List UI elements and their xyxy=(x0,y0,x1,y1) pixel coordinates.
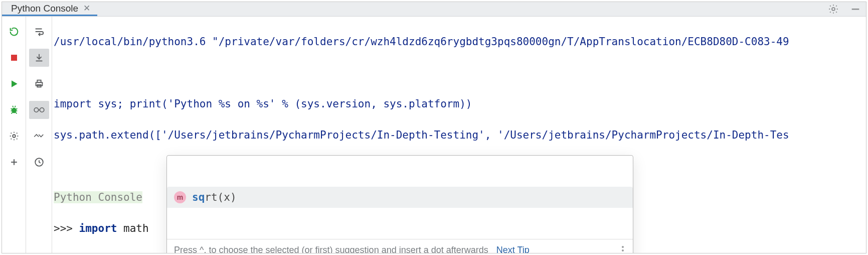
output-blank xyxy=(54,65,863,81)
left-gutter xyxy=(2,17,26,253)
svg-rect-2 xyxy=(11,55,17,61)
svg-rect-1 xyxy=(852,9,859,10)
settings-icon[interactable] xyxy=(4,127,24,145)
debug-icon[interactable] xyxy=(4,101,24,119)
output-line: import sys; print('Python %s on %s' % (s… xyxy=(54,96,863,112)
print-icon[interactable] xyxy=(29,75,49,93)
completion-hint: Press ^. to choose the selected (or firs… xyxy=(167,239,633,253)
close-icon[interactable]: ✕ xyxy=(83,4,90,13)
tab-python-console[interactable]: Python Console ✕ xyxy=(2,2,97,16)
step-over-icon[interactable] xyxy=(29,127,49,145)
tab-label: Python Console xyxy=(11,3,78,14)
svg-point-4 xyxy=(13,135,16,138)
stop-icon[interactable] xyxy=(4,49,24,67)
svg-point-0 xyxy=(832,8,835,11)
scroll-to-end-icon[interactable] xyxy=(29,49,49,67)
tab-bar: Python Console ✕ xyxy=(2,2,866,17)
svg-point-8 xyxy=(34,108,38,112)
completion-signature: sqrt(x) xyxy=(192,190,237,205)
soft-wrap-icon[interactable] xyxy=(29,23,49,41)
more-icon[interactable] xyxy=(620,244,626,253)
add-icon[interactable] xyxy=(4,153,24,171)
history-icon[interactable] xyxy=(29,153,49,171)
completion-item[interactable]: m sqrt(x) xyxy=(167,187,633,208)
secondary-gutter xyxy=(26,17,52,253)
output-line: /usr/local/bin/python3.6 "/private/var/f… xyxy=(54,34,863,50)
console-heading: Python Console xyxy=(54,191,142,203)
console-output[interactable]: /usr/local/bin/python3.6 "/private/var/f… xyxy=(52,17,866,253)
minimize-icon[interactable] xyxy=(850,4,861,15)
svg-rect-6 xyxy=(37,80,41,83)
svg-point-9 xyxy=(40,108,44,112)
method-badge-icon: m xyxy=(174,191,186,203)
output-line: sys.path.extend(['/Users/jetbrains/Pycha… xyxy=(54,128,863,143)
hint-text: Press ^. to choose the selected (or firs… xyxy=(174,242,488,253)
run-icon[interactable] xyxy=(4,75,24,93)
inspect-icon[interactable] xyxy=(29,101,49,119)
completion-popup: m sqrt(x) Press ^. to choose the selecte… xyxy=(166,155,633,253)
next-tip-link[interactable]: Next Tip xyxy=(496,242,530,253)
rerun-icon[interactable] xyxy=(4,23,24,41)
gear-icon[interactable] xyxy=(828,4,839,15)
